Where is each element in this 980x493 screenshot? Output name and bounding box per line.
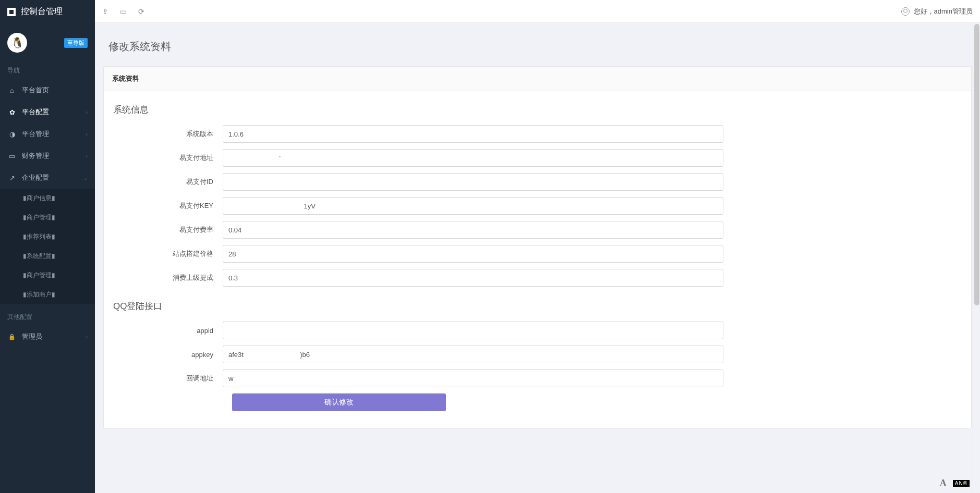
nav-label: 平台配置 (22, 107, 49, 117)
input-callback[interactable] (223, 369, 723, 387)
label-version: 系统版本 (113, 129, 223, 139)
label-callback: 回调地址 (113, 374, 223, 383)
chevron-right-icon: › (86, 131, 88, 137)
section-system-info: 系统信息 (113, 104, 962, 116)
gear-icon (7, 108, 17, 116)
avatar[interactable]: 🐧 (7, 33, 27, 53)
row-version: 系统版本 (113, 125, 962, 143)
user-icon (901, 7, 910, 16)
home-icon (7, 87, 17, 94)
card-icon[interactable]: ▭ (120, 7, 127, 16)
label-appkey: appkey (113, 351, 223, 359)
input-version[interactable] (223, 125, 723, 143)
sub-merchant-manage[interactable]: ▮商户管理▮ (0, 208, 95, 227)
label-site-price: 站点搭建价格 (113, 249, 223, 258)
nav-enterprise[interactable]: 企业配置 ⌄ (0, 167, 95, 189)
nav-enterprise-sub: ▮商户信息▮ ▮商户管理▮ ▮推荐列表▮ ▮系统配置▮ ▮商户管理▮ ▮添加商户… (0, 189, 95, 304)
sub-merchant-manage2[interactable]: ▮商户管理▮ (0, 266, 95, 285)
row-appid: appid (113, 322, 962, 339)
app-title: 控制台管理 (21, 6, 63, 17)
panel-head: 系统资料 (104, 67, 971, 91)
input-appid[interactable] (223, 322, 723, 339)
label-appid: appid (113, 327, 223, 335)
nav-label: 平台管理 (22, 129, 49, 139)
nav-admin[interactable]: 管理员 › (0, 326, 95, 348)
nav-label: 管理员 (22, 332, 42, 341)
footer-brand: A AN® (940, 478, 970, 489)
nav-platform-manage[interactable]: 平台管理 › (0, 123, 95, 145)
nav-label: 企业配置 (22, 173, 49, 182)
row-epay-rate: 易支付费率 (113, 221, 962, 239)
label-epay-id: 易支付ID (113, 177, 223, 187)
row-epay-id: 易支付ID (113, 173, 962, 191)
edition-badge: 至尊版 (64, 38, 88, 48)
row-epay-url: 易支付地址 (113, 149, 962, 167)
sub-system-config[interactable]: ▮系统配置▮ (0, 246, 95, 266)
refresh-icon[interactable]: ⟳ (138, 7, 144, 16)
nav-platform-config[interactable]: 平台配置 › (0, 101, 95, 123)
chevron-right-icon: › (86, 153, 88, 159)
section-qq-login: QQ登陆接口 (113, 300, 962, 312)
external-icon (7, 174, 17, 182)
input-epay-key[interactable] (223, 197, 723, 215)
nav-section-label-2: 其他配置 (0, 304, 95, 326)
chevron-down-icon: ⌄ (83, 175, 88, 181)
label-epay-url: 易支付地址 (113, 153, 223, 163)
input-appkey[interactable] (223, 346, 723, 363)
nav-label: 财务管理 (22, 151, 49, 161)
footer-tag: AN® (953, 480, 970, 487)
row-appkey: appkey (113, 346, 962, 363)
row-site-price: 站点搭建价格 (113, 245, 962, 263)
page-title: 修改系统资料 (103, 30, 972, 66)
label-epay-key: 易支付KEY (113, 201, 223, 211)
chevron-right-icon: › (86, 109, 88, 115)
topbar: ⇪ ▭ ⟳ 您好，admin管理员 (95, 0, 980, 23)
nav-label: 平台首页 (22, 85, 49, 95)
panel-body: 系统信息 系统版本 易支付地址 易支付ID 易支付KEY (104, 91, 971, 428)
sidebar-header: 控制台管理 (0, 0, 95, 23)
main: ⇪ ▭ ⟳ 您好，admin管理员 修改系统资料 系统资料 系统信息 系统版本 (95, 0, 980, 493)
row-callback: 回调地址 (113, 369, 962, 387)
chevron-right-icon: › (86, 334, 88, 340)
submit-button[interactable]: 确认修改 (232, 393, 446, 411)
input-epay-url[interactable] (223, 149, 723, 167)
app-logo-icon (7, 8, 16, 16)
input-commission[interactable] (223, 269, 723, 287)
card-icon (7, 152, 17, 160)
sidebar: 控制台管理 🐧 至尊版 导航 平台首页 平台配置 › 平台管理 › 财务管理 › (0, 0, 95, 493)
nav-home[interactable]: 平台首页 (0, 79, 95, 101)
submit-row: 确认修改 (232, 393, 962, 411)
label-commission: 消费上级提成 (113, 273, 223, 282)
footer-logo-icon: A (940, 478, 947, 489)
topbar-user[interactable]: 您好，admin管理员 (901, 7, 973, 16)
input-site-price[interactable] (223, 245, 723, 263)
sub-add-merchant[interactable]: ▮添加商户▮ (0, 285, 95, 304)
content: 修改系统资料 系统资料 系统信息 系统版本 易支付地址 易支付ID (95, 23, 980, 493)
nav-finance[interactable]: 财务管理 › (0, 145, 95, 167)
sub-recommend-list[interactable]: ▮推荐列表▮ (0, 227, 95, 246)
nav-section-label: 导航 (0, 58, 95, 79)
panel: 系统资料 系统信息 系统版本 易支付地址 易支付ID (103, 66, 972, 428)
greeting: 您好，admin管理员 (914, 7, 973, 16)
scrollbar-vertical[interactable] (973, 23, 980, 493)
topbar-left: ⇪ ▭ ⟳ (102, 7, 144, 16)
input-epay-rate[interactable] (223, 221, 723, 239)
db-icon (7, 130, 17, 138)
upload-icon[interactable]: ⇪ (102, 7, 108, 16)
sub-merchant-info[interactable]: ▮商户信息▮ (0, 189, 95, 208)
avatar-row: 🐧 至尊版 (0, 23, 95, 58)
input-epay-id[interactable] (223, 173, 723, 191)
row-commission: 消费上级提成 (113, 269, 962, 287)
scrollbar-thumb[interactable] (974, 24, 979, 305)
label-epay-rate: 易支付费率 (113, 225, 223, 235)
row-epay-key: 易支付KEY (113, 197, 962, 215)
lock-icon (7, 334, 17, 340)
